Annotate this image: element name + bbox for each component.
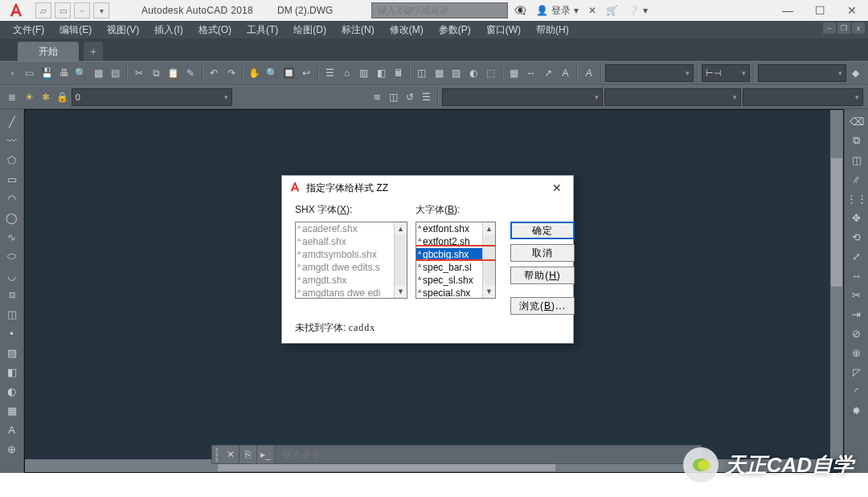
- properties-icon[interactable]: ☰: [322, 64, 338, 82]
- zoomwin-icon[interactable]: 🔲: [281, 64, 297, 82]
- publish-icon[interactable]: ▦: [91, 64, 106, 82]
- binoculars-icon[interactable]: 👁‍🗨: [514, 5, 526, 16]
- polyline-icon[interactable]: 〰: [3, 132, 21, 149]
- layerlock-icon[interactable]: 🔒: [55, 88, 70, 106]
- render-icon[interactable]: ◆: [848, 64, 863, 82]
- erase-icon[interactable]: ⌫: [848, 112, 866, 130]
- match-icon[interactable]: ✎: [182, 64, 198, 82]
- sheet-icon[interactable]: ▤: [108, 64, 123, 82]
- menu-draw[interactable]: 绘图(D): [287, 22, 333, 39]
- grid-icon[interactable]: ▦: [506, 64, 522, 82]
- ellipsearc-icon[interactable]: ◡: [3, 267, 21, 284]
- quickcalc-icon[interactable]: 🖩: [391, 64, 406, 82]
- offset-icon[interactable]: ⫽: [848, 170, 866, 188]
- dimstyle-combo[interactable]: ⊢⊣▾: [702, 64, 750, 82]
- hatch-icon[interactable]: ▨: [448, 64, 464, 82]
- mtext-icon[interactable]: A: [581, 64, 596, 82]
- list-item[interactable]: ᴬamdtsymbols.shx: [296, 248, 407, 261]
- redo-icon[interactable]: ↷: [223, 64, 239, 82]
- line-icon[interactable]: ╱: [3, 112, 21, 130]
- list-item[interactable]: ᴬacaderef.shx: [296, 222, 407, 235]
- trim-icon[interactable]: ✂: [848, 286, 866, 303]
- cart-icon[interactable]: 🛒: [606, 5, 618, 16]
- menu-window[interactable]: 窗口(W): [480, 22, 527, 39]
- stretch-icon[interactable]: ↔: [848, 267, 866, 284]
- scale-icon[interactable]: ⤢: [848, 247, 866, 265]
- tab-start[interactable]: 开始: [18, 42, 79, 61]
- layeron-icon[interactable]: ☀: [22, 88, 37, 106]
- cancel-button[interactable]: 取消: [510, 244, 575, 262]
- list-item[interactable]: ᴬamgdt.shx: [296, 274, 407, 287]
- rectangle-icon[interactable]: ▭: [3, 170, 21, 188]
- qat-dropdown-icon[interactable]: ▾: [93, 2, 109, 18]
- cmd-prompt-icon[interactable]: ▸_: [257, 446, 275, 463]
- menu-dim[interactable]: 标注(N): [335, 22, 381, 39]
- mdi-min-icon[interactable]: –: [823, 22, 836, 34]
- tablestyle-combo[interactable]: ▾: [758, 64, 846, 82]
- close-button[interactable]: ✕: [836, 0, 868, 21]
- array-icon[interactable]: ⋮⋮: [848, 189, 866, 207]
- hatch2-icon[interactable]: ▨: [3, 344, 21, 361]
- text-tool-icon[interactable]: A: [558, 64, 573, 82]
- signin-icon[interactable]: 👤 登录 ▾: [536, 4, 579, 18]
- break-icon[interactable]: ⊘: [848, 324, 866, 342]
- layermatch-icon[interactable]: ≋: [369, 88, 384, 106]
- plotstyle-combo[interactable]: ▾: [743, 88, 863, 106]
- gradient-icon[interactable]: ◧: [3, 363, 21, 381]
- browse-button[interactable]: 浏览(B)...: [510, 297, 575, 315]
- cmd-close-icon[interactable]: ✕: [222, 446, 240, 463]
- menu-view[interactable]: 视图(V): [100, 22, 145, 39]
- zoom-icon[interactable]: 🔍: [264, 64, 280, 82]
- layerprops-icon[interactable]: ≣: [5, 88, 20, 106]
- table2-icon[interactable]: ▦: [3, 401, 21, 419]
- menu-edit[interactable]: 编辑(E): [53, 22, 98, 39]
- markup-icon[interactable]: ◧: [374, 64, 389, 82]
- open-icon[interactable]: ▭: [22, 64, 37, 82]
- textstyle-combo[interactable]: ▾: [605, 64, 694, 82]
- linetype-combo[interactable]: ▾: [442, 88, 603, 106]
- region2-icon[interactable]: ◐: [3, 382, 21, 400]
- designcenter-icon[interactable]: ⌂: [339, 64, 354, 82]
- list-item[interactable]: ᴬaehalf.shx: [296, 235, 407, 248]
- infocenter-search[interactable]: [371, 2, 508, 18]
- list-item[interactable]: ᴬamgdt dwe edits.s: [296, 261, 407, 274]
- cmd-grip-icon[interactable]: ┇: [212, 447, 222, 462]
- leader-icon[interactable]: ↗: [541, 64, 556, 82]
- layerprev-icon[interactable]: ↺: [403, 88, 418, 106]
- group-icon[interactable]: ⬚: [483, 64, 498, 82]
- menu-format[interactable]: 格式(O): [192, 22, 238, 39]
- insert-icon[interactable]: ⧈: [3, 286, 21, 303]
- dialog-close-button[interactable]: ✕: [547, 180, 567, 196]
- move-icon[interactable]: ✥: [848, 209, 866, 226]
- preview-icon[interactable]: 🔍: [73, 64, 88, 82]
- mdi-restore-icon[interactable]: ❐: [837, 22, 850, 34]
- block-icon[interactable]: ◫: [414, 64, 429, 82]
- mdi-close-icon[interactable]: x: [852, 22, 865, 34]
- menu-tools[interactable]: 工具(T): [240, 22, 285, 39]
- point-icon[interactable]: •: [3, 324, 21, 342]
- region-icon[interactable]: ◐: [465, 64, 481, 82]
- spline-icon[interactable]: ∿: [3, 228, 21, 246]
- maximize-button[interactable]: ☐: [804, 0, 836, 21]
- dim-icon[interactable]: ↔: [523, 64, 538, 82]
- command-line[interactable]: ┇ ✕ ⎘ ▸_: [211, 445, 702, 464]
- fillet-icon[interactable]: ◜: [848, 382, 866, 400]
- shx-listbox[interactable]: ᴬacaderef.shx ᴬaehalf.shx ᴬamdtsymbols.s…: [295, 222, 407, 299]
- table-icon[interactable]: ▦: [432, 64, 447, 82]
- makeblock-icon[interactable]: ◫: [3, 305, 21, 323]
- cmd-input[interactable]: [275, 446, 701, 463]
- pan-icon[interactable]: ✋: [247, 64, 262, 82]
- new-icon[interactable]: ▫: [5, 64, 20, 82]
- mtext2-icon[interactable]: A: [3, 421, 21, 438]
- cmd-recent-icon[interactable]: ⎘: [240, 446, 257, 463]
- layer-combo[interactable]: 0▾: [72, 88, 232, 106]
- listbox-scrollbar[interactable]: ▲▼: [394, 222, 407, 298]
- polygon-icon[interactable]: ⬠: [3, 151, 21, 169]
- layerfreeze-icon[interactable]: ❄: [38, 88, 53, 106]
- menu-file[interactable]: 文件(F): [6, 22, 51, 39]
- arc-icon[interactable]: ◠: [3, 189, 21, 207]
- copy2-icon[interactable]: ⧉: [848, 132, 866, 149]
- ellipse-icon[interactable]: ⬭: [3, 247, 21, 265]
- layeriso-icon[interactable]: ◫: [386, 88, 401, 106]
- layerstate-icon[interactable]: ☰: [419, 88, 434, 106]
